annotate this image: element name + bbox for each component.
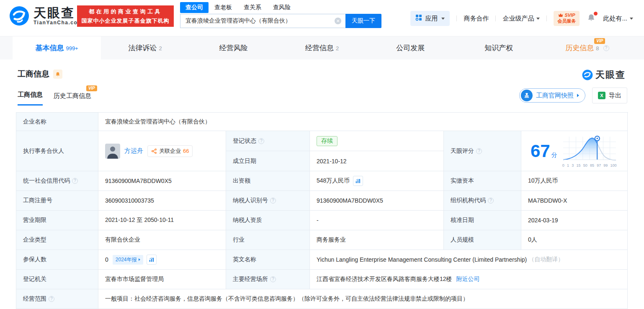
field-contribution-label: 出资额 <box>226 171 310 191</box>
tianyancha-logo-icon <box>9 6 29 26</box>
tab-legal-proceedings[interactable]: 法律诉讼 2 <box>101 36 189 59</box>
field-reg-status-value: 存续 <box>310 131 444 151</box>
notification-dot <box>594 12 598 15</box>
notification-bell[interactable] <box>586 13 596 24</box>
field-paid-capital-value: 10万人民币 <box>521 171 628 191</box>
related-companies-badge[interactable]: 关联企业 66 <box>147 145 193 157</box>
help-icon[interactable]: ? <box>603 45 609 51</box>
field-english-name-value: Yichun Langling Enterprise Management Co… <box>310 250 628 270</box>
field-establish-date-value: 2021-10-12 <box>310 151 444 171</box>
field-taxpayer-quality-value: - <box>310 211 444 230</box>
tab-operational-risk[interactable]: 经营风险 <box>189 36 278 59</box>
subtab-business-info[interactable]: 工商信息 <box>18 91 43 106</box>
apps-grid-icon <box>415 14 422 23</box>
help-icon[interactable]: ? <box>72 178 78 184</box>
tab-label: 历史信息 <box>565 43 594 53</box>
tab-basic-info[interactable]: 基本信息 999+ <box>13 36 101 59</box>
help-icon[interactable]: ? <box>258 138 264 144</box>
divider <box>456 15 457 21</box>
partner-name-link[interactable]: 方运舟 <box>124 147 143 155</box>
search-tab-company[interactable]: 查公司 <box>180 2 209 13</box>
subtab-label: 历史工商信息 <box>54 92 91 99</box>
vip-badge: VIP <box>86 85 97 91</box>
export-button-label: 导出 <box>609 92 621 100</box>
score-axis-ticks: 0131550859799100 <box>562 163 617 167</box>
divider <box>495 15 496 21</box>
search-button[interactable]: 天眼一下 <box>345 14 381 28</box>
field-reg-number-label: 工商注册号 <box>16 191 98 211</box>
score-value: 67 <box>531 141 550 161</box>
site-logo[interactable]: 天眼查 TianYanCha.com <box>9 6 82 26</box>
annual-report-label: 2024年报 <box>116 256 137 263</box>
search-tab-risk[interactable]: 查风险 <box>267 3 296 13</box>
help-icon[interactable]: ? <box>49 296 54 302</box>
tab-label: 经营风险 <box>219 43 248 53</box>
field-credit-code-label: 统一社会信用代码? <box>16 171 98 191</box>
field-reg-number-value: 360900310003735 <box>98 191 226 211</box>
tab-history-info[interactable]: VIP 历史信息 8 ? <box>543 36 631 59</box>
watermark-text: 天眼查 <box>595 69 626 81</box>
tab-label: 经营信息 <box>305 43 334 53</box>
help-icon[interactable]: ? <box>270 276 276 282</box>
field-insured-count-value: 0 2024年报 <box>98 250 226 270</box>
official-snapshot-button[interactable]: 工商官网快照 <box>519 88 585 103</box>
score-unit: 分 <box>551 152 557 158</box>
tab-label: 知识产权 <box>484 43 513 53</box>
field-score-value[interactable]: 67分 <box>521 131 628 171</box>
watermark-logo: 天眼查 <box>582 69 626 81</box>
annual-report-badge[interactable]: 2024年报 <box>113 255 143 265</box>
field-approval-date-value: 2024-03-19 <box>521 211 628 230</box>
banner-line-2: 国家中小企业发展子基金旗下机构 <box>82 17 170 25</box>
export-button[interactable]: X 导出 <box>592 88 627 103</box>
field-company-name-label: 企业名称 <box>16 113 98 131</box>
partner-avatar[interactable] <box>105 144 120 159</box>
tab-business-info[interactable]: 经营信息 2 <box>278 36 366 59</box>
help-icon[interactable]: ? <box>270 198 276 203</box>
nav-user-menu[interactable]: 此处有... <box>603 15 633 23</box>
trend-chart-icon[interactable] <box>147 255 157 265</box>
logo-title: 天眼查 <box>33 6 82 20</box>
subscribe-bell-button[interactable] <box>53 70 62 79</box>
bell-icon <box>55 72 60 77</box>
field-approval-date-label: 核准日期 <box>444 211 521 230</box>
chevron-down-icon <box>630 18 633 20</box>
field-taxpayer-quality-label: 纳税人资质 <box>226 211 310 230</box>
search-tab-boss[interactable]: 查老板 <box>209 3 238 13</box>
help-icon[interactable]: ? <box>488 198 494 203</box>
snapshot-button-label: 工商官网快照 <box>536 92 574 100</box>
field-reg-authority-label: 登记机关 <box>16 270 98 289</box>
field-company-type-label: 企业类型 <box>16 230 98 250</box>
subtab-history-business-info[interactable]: VIP 历史工商信息 <box>54 92 91 106</box>
logo-domain: TianYanCha.com <box>33 20 82 26</box>
network-icon <box>151 148 157 154</box>
banner-line-1: 都在用的商业查询工具 <box>89 8 162 15</box>
related-companies-count: 66 <box>183 148 189 154</box>
subtab-row: 工商信息 VIP 历史工商信息 工商官网快照 X 导出 <box>18 88 627 106</box>
field-taxpayer-id-value: 91360900MA7BDDW0X5 <box>310 191 444 211</box>
status-badge: 存续 <box>317 136 337 146</box>
field-credit-code-value: 91360900MA7BDDW0X5 <box>98 171 226 191</box>
search-input[interactable] <box>180 14 345 28</box>
tab-company-development[interactable]: 公司发展 <box>366 36 455 59</box>
svip-membership-badge[interactable]: SVIP 会员服务 <box>554 11 580 26</box>
tab-intellectual-property[interactable]: 知识产权 <box>455 36 543 59</box>
field-establish-date-label: 成立日期 <box>226 151 310 171</box>
search-tab-relation[interactable]: 查关系 <box>238 3 267 13</box>
nav-business-cooperation[interactable]: 商务合作 <box>464 15 489 23</box>
nav-enterprise-products[interactable]: 企业级产品 <box>502 15 540 23</box>
tab-label: 基本信息 <box>35 43 64 53</box>
nearby-companies-link[interactable]: 附近公司 <box>456 276 480 283</box>
search-tabs: 查公司 查老板 查关系 查风险 <box>180 2 381 13</box>
tab-count: 2 <box>159 45 162 52</box>
clear-search-icon[interactable]: ✕ <box>335 18 341 24</box>
trend-chart-icon[interactable] <box>353 176 363 186</box>
field-business-place-label: 主要经营场所? <box>226 270 310 289</box>
main-tabbar: 基本信息 999+ 法律诉讼 2 经营风险 经营信息 2 公司发展 知识产权 V… <box>0 36 644 59</box>
field-org-code-label: 组织机构代码? <box>444 191 521 211</box>
field-english-name-label: 英文名称 <box>226 250 310 270</box>
field-business-scope-label: 经营范围? <box>16 289 98 309</box>
nav-apps[interactable]: 应用 <box>410 11 450 26</box>
help-icon[interactable]: ? <box>476 148 482 154</box>
tab-label: 公司发展 <box>396 43 425 53</box>
field-staff-size-value: 0人 <box>521 230 628 250</box>
